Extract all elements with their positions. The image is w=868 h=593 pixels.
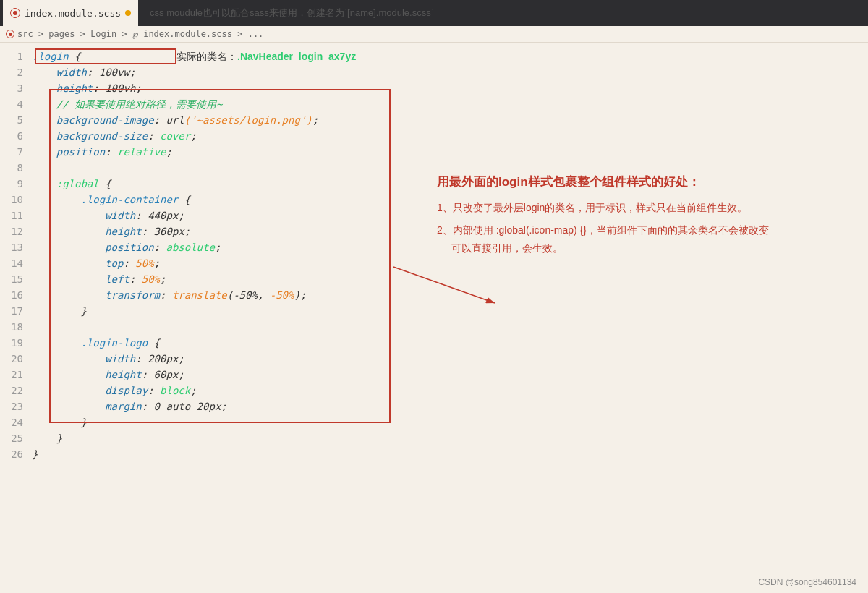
token-selector: .login <box>32 48 69 64</box>
annotation-point2-line2: 可以直接引用，会生效。 <box>437 239 868 257</box>
actual-classname-annotation: 实际的类名：.NavHeader_login_ax7yz <box>176 48 356 64</box>
code-line-17: } <box>32 303 868 319</box>
code-line-5: background-image: url('~assets/login.png… <box>32 112 868 128</box>
tab-comment: css moudule也可以配合sass来使用，创建名为`[name].modu… <box>150 7 434 20</box>
code-line-18 <box>32 319 868 335</box>
code-line-14: top: 50%; <box>32 255 868 271</box>
code-line-19: .login-logo { <box>32 335 868 351</box>
code-line-15: left: 50%; <box>32 271 868 287</box>
footer-credit: CSDN @song854601134 <box>758 577 856 587</box>
tab-item-scss[interactable]: index.module.scss <box>3 0 138 26</box>
code-line-3: height: 100vh; <box>32 80 868 96</box>
code-line-6: background-size: cover; <box>32 128 868 144</box>
code-line-2: width: 100vw; <box>32 64 868 80</box>
code-line-1: .login { <box>32 48 868 64</box>
tab-filename: index.module.scss <box>25 8 121 19</box>
code-line-20: width: 200px; <box>32 351 868 367</box>
code-line-23: margin: 0 auto 20px; <box>32 398 868 414</box>
code-line-4: // 如果要使用绝对路径，需要使用~ <box>32 96 868 112</box>
code-line-25: } <box>32 430 868 446</box>
annotation-point2-line1: 2、内部使用 :global(.icon-map) {}，当前组件下面的的其余类… <box>437 221 868 239</box>
actual-classname-value: .NavHeader_login_ax7yz <box>237 51 356 62</box>
breadcrumb-path: src > pages > Login > ℘ index.module.scs… <box>17 29 263 39</box>
annotation-title: 用最外面的login样式包裹整个组件样式的好处： <box>437 173 868 192</box>
code-line-24: } <box>32 414 868 430</box>
scss-file-icon <box>10 8 20 18</box>
code-line-16: transform: translate(-50%, -50%); <box>32 287 868 303</box>
big-annotation-block: 用最外面的login样式包裹整个组件样式的好处： 1、只改变了最外层login的… <box>437 173 868 257</box>
code-line-21: height: 60px; <box>32 367 868 383</box>
breadcrumb: src > pages > Login > ℘ index.module.scs… <box>0 26 868 43</box>
line-numbers: 12345 678910 1112131415 1617181920 21222… <box>0 43 32 591</box>
code-content: .login { width: 100vw; height: 100vh; //… <box>32 43 868 591</box>
breadcrumb-file-icon <box>6 30 14 38</box>
tab-bar: index.module.scss css moudule也可以配合sass来使… <box>0 0 868 26</box>
code-line-26: } <box>32 446 868 462</box>
code-line-22: display: block; <box>32 383 868 398</box>
tab-modified-dot <box>125 10 131 16</box>
annotation-point1: 1、只改变了最外层login的类名，用于标识，样式只在当前组件生效。 <box>437 199 868 217</box>
code-line-7: position: relative; <box>32 144 868 160</box>
editor-area: 12345 678910 1112131415 1617181920 21222… <box>0 43 868 591</box>
